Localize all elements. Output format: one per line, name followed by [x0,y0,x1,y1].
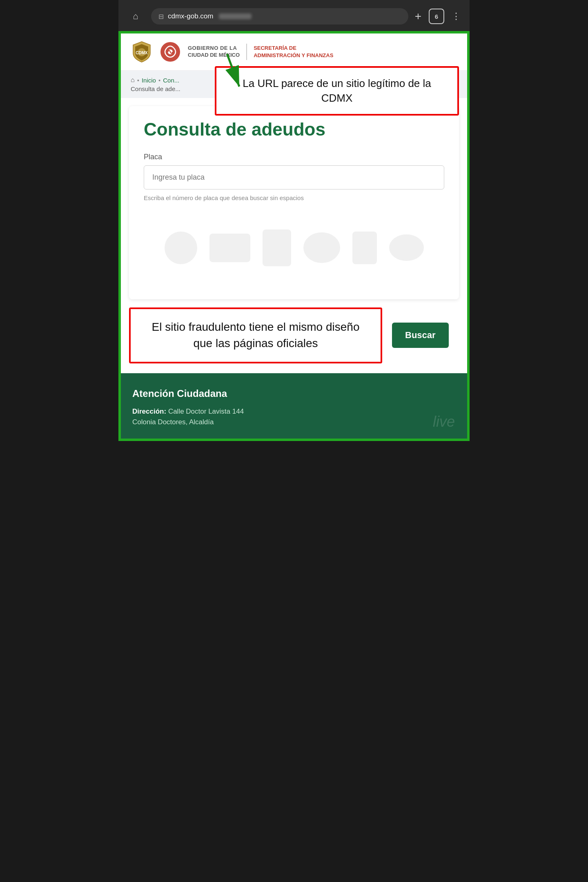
breadcrumb-home-icon[interactable]: ⌂ [131,76,135,84]
main-content-card: Consulta de adeudos Placa Escriba el núm… [129,106,459,299]
footer-colonia-row: Colonia Doctores, Alcaldía [132,418,456,426]
callout-fraud-box: El sitio fraudulento tiene el mismo dise… [129,307,382,363]
site-header: CDMX GOBIERNO DE LA CIUDAD DE MÉXICO SEC… [121,33,467,71]
secretaria-text: SECRETARÍA DE ADMINISTRACIÓN Y FINANZAS [254,45,333,59]
buscar-btn-area: Buscar [382,307,449,363]
tabs-button[interactable]: 6 [429,9,444,24]
footer-watermark: live [433,413,455,430]
breadcrumb-con[interactable]: Con... [163,77,179,84]
callout-fraud-text: El sitio fraudulento tiene el mismo dise… [144,319,368,352]
placa-input[interactable] [144,165,444,189]
shield-logo: CDMX [131,41,153,63]
page-title: Consulta de adeudos [144,119,444,140]
site-footer: Atención Ciudadana Dirección: Calle Doct… [121,373,467,439]
url-security-icon: ⊟ [158,13,164,20]
callout-url-box: La URL parece de un sitio legítimo de la… [215,66,459,116]
sec-line1: SECRETARÍA DE [254,45,333,52]
footer-address-value: Calle Doctor Lavista 144 [168,408,244,415]
header-gov-text: GOBIERNO DE LA CIUDAD DE MÉXICO [188,45,240,59]
form-hint: Escriba el número de placa que desea bus… [144,194,444,203]
url-text: cdmx-gob.com [168,12,213,20]
menu-button[interactable]: ⋮ [452,11,461,22]
url-bar[interactable]: ⊟ cdmx-gob.com [151,8,408,24]
breadcrumb-sep2: • [158,77,160,84]
tabs-count: 6 [435,13,438,20]
footer-title: Atención Ciudadana [132,388,456,399]
callout-url-text: La URL parece de un sitio legítimo de la… [243,77,431,104]
add-tab-button[interactable]: + [415,11,421,22]
form-group: Placa Escriba el número de placa que des… [144,153,444,203]
footer-address-label: Dirección: [132,408,166,415]
breadcrumb-inicio[interactable]: Inicio [142,77,156,84]
gov-line2: CIUDAD DE MÉXICO [188,52,240,59]
buscar-button[interactable]: Buscar [392,323,449,348]
svg-text:CDMX: CDMX [136,51,148,55]
bottom-section: El sitio fraudulento tiene el mismo dise… [129,307,459,363]
watermark-area [144,211,444,285]
url-blur [219,13,252,19]
sec-line2: ADMINISTRACIÓN Y FINANZAS [254,52,333,59]
breadcrumb-sep1: • [137,77,139,84]
home-button[interactable]: ⌂ [127,7,145,25]
gov-line1: GOBIERNO DE LA [188,45,240,52]
footer-address-row: Dirección: Calle Doctor Lavista 144 [132,408,456,416]
home-icon: ⌂ [133,11,138,22]
browser-chrome: ⌂ ⊟ cdmx-gob.com + 6 ⋮ [118,0,470,31]
cdmx-logo [159,41,181,63]
placa-label: Placa [144,153,444,161]
browser-actions: + 6 ⋮ [415,9,461,24]
page-wrapper: La URL parece de un sitio legítimo de la… [118,31,470,441]
footer-colonia: Colonia Doctores, Alcaldía [132,418,214,426]
header-divider [246,44,247,60]
